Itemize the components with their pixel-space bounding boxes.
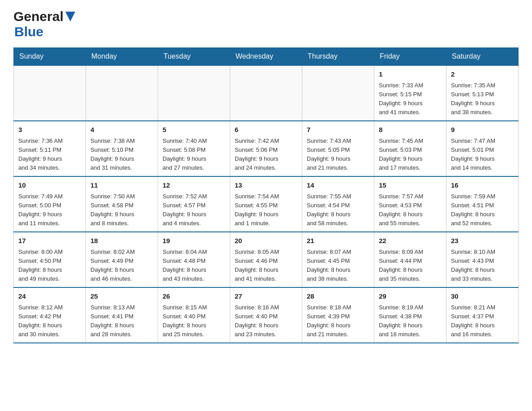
logo-triangle-icon	[65, 12, 75, 23]
calendar-cell: 22Sunrise: 8:09 AM Sunset: 4:44 PM Dayli…	[374, 232, 446, 287]
calendar-cell	[158, 65, 230, 121]
day-number: 10	[18, 180, 81, 191]
day-info: Sunrise: 7:38 AM Sunset: 5:10 PM Dayligh…	[90, 137, 153, 173]
day-number: 6	[235, 125, 297, 135]
day-info: Sunrise: 8:02 AM Sunset: 4:49 PM Dayligh…	[90, 248, 153, 284]
calendar-cell: 7Sunrise: 7:43 AM Sunset: 5:05 PM Daylig…	[302, 121, 374, 176]
day-info: Sunrise: 7:47 AM Sunset: 5:01 PM Dayligh…	[451, 137, 514, 173]
day-info: Sunrise: 7:35 AM Sunset: 5:13 PM Dayligh…	[451, 81, 514, 117]
logo: General Blue	[13, 9, 75, 39]
day-info: Sunrise: 8:18 AM Sunset: 4:39 PM Dayligh…	[307, 303, 369, 339]
calendar-cell: 17Sunrise: 8:00 AM Sunset: 4:50 PM Dayli…	[14, 232, 86, 287]
day-number: 28	[307, 291, 369, 302]
day-info: Sunrise: 8:13 AM Sunset: 4:41 PM Dayligh…	[90, 303, 153, 339]
day-info: Sunrise: 8:10 AM Sunset: 4:43 PM Dayligh…	[451, 248, 514, 284]
calendar-cell: 25Sunrise: 8:13 AM Sunset: 4:41 PM Dayli…	[86, 287, 158, 343]
calendar-cell: 23Sunrise: 8:10 AM Sunset: 4:43 PM Dayli…	[446, 232, 519, 287]
day-info: Sunrise: 8:04 AM Sunset: 4:48 PM Dayligh…	[163, 248, 225, 284]
day-info: Sunrise: 7:43 AM Sunset: 5:05 PM Dayligh…	[307, 137, 369, 173]
calendar-cell: 13Sunrise: 7:54 AM Sunset: 4:55 PM Dayli…	[230, 176, 302, 232]
day-number: 5	[163, 125, 225, 135]
calendar-cell	[14, 65, 86, 121]
day-info: Sunrise: 8:12 AM Sunset: 4:42 PM Dayligh…	[18, 303, 81, 339]
calendar-week-row: 10Sunrise: 7:49 AM Sunset: 5:00 PM Dayli…	[14, 176, 519, 232]
calendar-table: SundayMondayTuesdayWednesdayThursdayFrid…	[13, 47, 519, 343]
day-info: Sunrise: 7:42 AM Sunset: 5:06 PM Dayligh…	[235, 137, 297, 173]
day-info: Sunrise: 7:36 AM Sunset: 5:11 PM Dayligh…	[18, 137, 81, 173]
day-number: 26	[163, 291, 225, 302]
day-number: 16	[451, 180, 514, 191]
day-info: Sunrise: 7:33 AM Sunset: 5:15 PM Dayligh…	[379, 81, 442, 117]
day-number: 21	[307, 236, 369, 246]
calendar-week-row: 3Sunrise: 7:36 AM Sunset: 5:11 PM Daylig…	[14, 121, 519, 176]
calendar-cell: 11Sunrise: 7:50 AM Sunset: 4:58 PM Dayli…	[86, 176, 158, 232]
day-number: 19	[163, 236, 225, 246]
day-number: 30	[451, 291, 514, 302]
day-info: Sunrise: 7:59 AM Sunset: 4:51 PM Dayligh…	[451, 192, 514, 228]
calendar-week-row: 24Sunrise: 8:12 AM Sunset: 4:42 PM Dayli…	[14, 287, 519, 343]
day-number: 12	[163, 180, 225, 191]
calendar-cell: 16Sunrise: 7:59 AM Sunset: 4:51 PM Dayli…	[446, 176, 519, 232]
calendar-cell: 5Sunrise: 7:40 AM Sunset: 5:08 PM Daylig…	[158, 121, 230, 176]
calendar-cell: 29Sunrise: 8:19 AM Sunset: 4:38 PM Dayli…	[374, 287, 446, 343]
day-number: 1	[379, 69, 442, 80]
day-info: Sunrise: 7:45 AM Sunset: 5:03 PM Dayligh…	[379, 137, 442, 173]
day-info: Sunrise: 8:15 AM Sunset: 4:40 PM Dayligh…	[163, 303, 225, 339]
day-info: Sunrise: 8:21 AM Sunset: 4:37 PM Dayligh…	[451, 303, 514, 339]
day-info: Sunrise: 7:49 AM Sunset: 5:00 PM Dayligh…	[18, 192, 81, 228]
calendar-cell: 12Sunrise: 7:52 AM Sunset: 4:57 PM Dayli…	[158, 176, 230, 232]
day-info: Sunrise: 7:40 AM Sunset: 5:08 PM Dayligh…	[163, 137, 225, 173]
calendar-cell: 21Sunrise: 8:07 AM Sunset: 4:45 PM Dayli…	[302, 232, 374, 287]
day-info: Sunrise: 8:09 AM Sunset: 4:44 PM Dayligh…	[379, 248, 442, 284]
calendar-cell: 24Sunrise: 8:12 AM Sunset: 4:42 PM Dayli…	[14, 287, 86, 343]
calendar-cell: 9Sunrise: 7:47 AM Sunset: 5:01 PM Daylig…	[446, 121, 519, 176]
day-info: Sunrise: 8:19 AM Sunset: 4:38 PM Dayligh…	[379, 303, 442, 339]
day-info: Sunrise: 7:52 AM Sunset: 4:57 PM Dayligh…	[163, 192, 225, 228]
day-number: 8	[379, 125, 442, 135]
day-info: Sunrise: 8:16 AM Sunset: 4:40 PM Dayligh…	[235, 303, 297, 339]
calendar-cell: 19Sunrise: 8:04 AM Sunset: 4:48 PM Dayli…	[158, 232, 230, 287]
day-info: Sunrise: 8:05 AM Sunset: 4:46 PM Dayligh…	[235, 248, 297, 284]
calendar-week-row: 1Sunrise: 7:33 AM Sunset: 5:15 PM Daylig…	[14, 65, 519, 121]
day-number: 7	[307, 125, 369, 135]
calendar-cell	[230, 65, 302, 121]
day-info: Sunrise: 8:07 AM Sunset: 4:45 PM Dayligh…	[307, 248, 369, 284]
weekday-header-tuesday: Tuesday	[158, 48, 230, 66]
day-info: Sunrise: 8:00 AM Sunset: 4:50 PM Dayligh…	[18, 248, 81, 284]
day-number: 14	[307, 180, 369, 191]
day-number: 11	[90, 180, 153, 191]
day-number: 27	[235, 291, 297, 302]
calendar-cell: 27Sunrise: 8:16 AM Sunset: 4:40 PM Dayli…	[230, 287, 302, 343]
day-number: 22	[379, 236, 442, 246]
day-number: 18	[90, 236, 153, 246]
logo-blue-text: Blue	[14, 24, 43, 39]
day-info: Sunrise: 7:50 AM Sunset: 4:58 PM Dayligh…	[90, 192, 153, 228]
page-header: General Blue	[13, 9, 519, 39]
calendar-cell: 28Sunrise: 8:18 AM Sunset: 4:39 PM Dayli…	[302, 287, 374, 343]
day-number: 23	[451, 236, 514, 246]
calendar-cell: 18Sunrise: 8:02 AM Sunset: 4:49 PM Dayli…	[86, 232, 158, 287]
weekday-header-saturday: Saturday	[446, 48, 519, 66]
calendar-cell: 3Sunrise: 7:36 AM Sunset: 5:11 PM Daylig…	[14, 121, 86, 176]
calendar-cell: 4Sunrise: 7:38 AM Sunset: 5:10 PM Daylig…	[86, 121, 158, 176]
day-number: 15	[379, 180, 442, 191]
day-number: 17	[18, 236, 81, 246]
weekday-header-row: SundayMondayTuesdayWednesdayThursdayFrid…	[14, 48, 519, 66]
day-info: Sunrise: 7:57 AM Sunset: 4:53 PM Dayligh…	[379, 192, 442, 228]
day-info: Sunrise: 7:55 AM Sunset: 4:54 PM Dayligh…	[307, 192, 369, 228]
day-number: 20	[235, 236, 297, 246]
day-number: 3	[18, 125, 81, 135]
day-number: 4	[90, 125, 153, 135]
calendar-cell: 15Sunrise: 7:57 AM Sunset: 4:53 PM Dayli…	[374, 176, 446, 232]
day-number: 13	[235, 180, 297, 191]
calendar-week-row: 17Sunrise: 8:00 AM Sunset: 4:50 PM Dayli…	[14, 232, 519, 287]
calendar-cell	[86, 65, 158, 121]
weekday-header-sunday: Sunday	[14, 48, 86, 66]
day-number: 9	[451, 125, 514, 135]
weekday-header-monday: Monday	[86, 48, 158, 66]
day-number: 2	[451, 69, 514, 80]
calendar-cell: 20Sunrise: 8:05 AM Sunset: 4:46 PM Dayli…	[230, 232, 302, 287]
day-number: 25	[90, 291, 153, 302]
calendar-cell: 14Sunrise: 7:55 AM Sunset: 4:54 PM Dayli…	[302, 176, 374, 232]
logo-general-text: General	[13, 9, 64, 24]
